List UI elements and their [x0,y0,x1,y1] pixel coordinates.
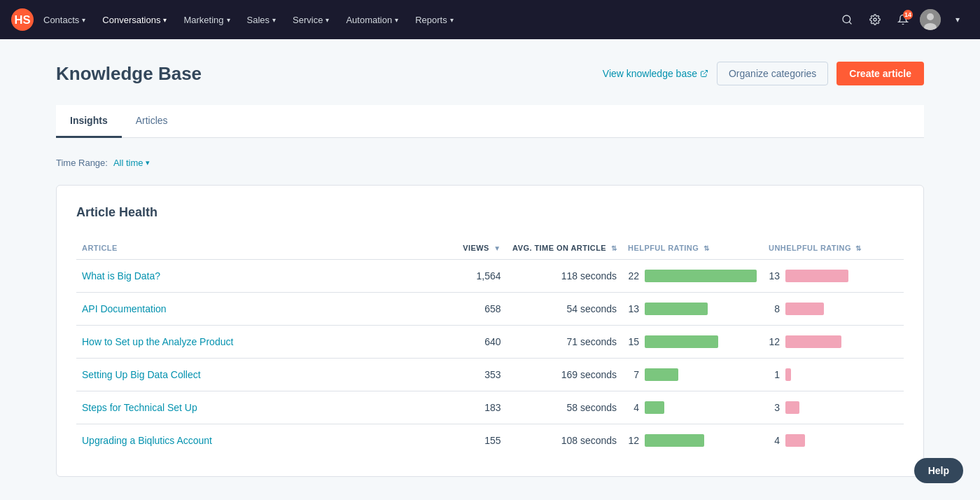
table-header-row: Article Views ▼ Avg. Time on Article ⇅ H… [76,237,904,260]
chevron-down-icon: ▾ [450,16,454,24]
col-header-helpful[interactable]: Helpful Rating ⇅ [622,237,763,260]
helpful-rating-num-3: 7 [628,369,639,380]
unhelpful-bar-4 [785,401,799,414]
article-link-5[interactable]: Upgrading a Biqlutics Account [82,435,212,446]
helpful-bar-4 [645,401,664,414]
table-row: How to Set up the Analyze Product 640 71… [76,326,904,359]
nav-conversations[interactable]: Conversations ▾ [95,11,174,29]
helpful-cell-1: 13 [622,293,763,326]
nav-right-actions: 14 ▾ [836,8,969,31]
unhelpful-bar-container-5 [785,434,805,447]
table-row: Setting Up Big Data Collect 353 169 seco… [76,359,904,391]
chevron-down-icon: ▾ [227,16,230,24]
helpful-rating-num-2: 15 [628,336,639,347]
page-header: Knowledge Base View knowledge base Organ… [56,62,924,85]
unhelpful-bar-0 [785,270,848,282]
chevron-down-icon: ▾ [326,16,329,24]
tab-insights[interactable]: Insights [56,105,122,138]
article-link-3[interactable]: Setting Up Big Data Collect [82,369,201,380]
helpful-rating-num-4: 4 [628,402,639,413]
helpful-cell-5: 12 [622,424,763,457]
avatar[interactable] [920,9,941,30]
nav-service[interactable]: Service ▾ [286,11,336,29]
article-health-table-body: What is Big Data? 1,564 118 seconds 22 1… [76,260,904,457]
helpful-bar-1 [645,303,708,315]
article-cell-1: API Documentation [76,293,424,326]
helpful-cell-2: 15 [622,326,763,359]
filters-row: Time Range: All time ▾ [56,152,924,174]
unhelpful-cell-5: 4 [763,424,904,457]
avgtime-cell-2: 71 seconds [507,326,622,359]
unhelpful-rating-num-0: 13 [769,270,780,282]
nav-marketing[interactable]: Marketing ▾ [176,11,237,29]
helpful-bar-container-5 [645,434,704,447]
table-row: API Documentation 658 54 seconds 13 8 [76,293,904,326]
page-content: Knowledge Base View knowledge base Organ… [28,39,952,499]
table-row: Upgrading a Biqlutics Account 155 108 se… [76,424,904,457]
tab-articles[interactable]: Articles [122,105,182,138]
nav-automation[interactable]: Automation ▾ [339,11,405,29]
notifications-button[interactable]: 14 [892,8,914,31]
settings-button[interactable] [864,8,886,31]
unhelpful-rating-container-5: 4 [769,434,898,447]
helpful-bar-container-4 [645,401,664,414]
chevron-down-icon: ▾ [82,16,85,24]
views-cell-0: 1,564 [424,260,506,293]
unhelpful-rating-container-2: 12 [769,335,898,348]
helpful-bar-0 [645,270,757,282]
nav-contacts[interactable]: Contacts ▾ [36,11,92,29]
hubspot-logo[interactable]: HS [11,8,34,31]
unhelpful-bar-container-0 [785,270,848,282]
article-link-0[interactable]: What is Big Data? [82,270,160,282]
sort-icon-unhelpful: ⇅ [855,244,861,252]
view-knowledge-base-link[interactable]: View knowledge base [603,68,708,79]
chevron-down-icon: ▾ [395,16,398,24]
nav-sales[interactable]: Sales ▾ [240,11,284,29]
views-cell-5: 155 [424,424,506,457]
notification-badge: 14 [903,10,913,20]
views-cell-3: 353 [424,359,506,391]
helpful-cell-4: 4 [622,391,763,424]
col-header-unhelpful[interactable]: Unhelpful Rating ⇅ [763,237,904,260]
help-button[interactable]: Help [914,458,963,483]
unhelpful-bar-container-4 [785,401,799,414]
helpful-rating-container-0: 22 [628,270,757,282]
account-chevron[interactable]: ▾ [946,8,969,31]
unhelpful-bar-2 [785,335,841,348]
time-range-label: Time Range: [56,158,108,168]
helpful-bar-container-0 [645,270,757,282]
article-health-card: Article Health Article Views ▼ Avg. Time… [56,185,924,477]
page-title: Knowledge Base [56,63,202,85]
helpful-rating-container-2: 15 [628,335,757,348]
col-header-views[interactable]: Views ▼ [424,237,506,260]
helpful-bar-5 [645,434,704,447]
nav-reports[interactable]: Reports ▾ [408,11,461,29]
article-health-table: Article Views ▼ Avg. Time on Article ⇅ H… [76,237,904,457]
avgtime-cell-3: 169 seconds [507,359,622,391]
article-link-1[interactable]: API Documentation [82,303,167,314]
article-cell-0: What is Big Data? [76,260,424,293]
helpful-bar-container-3 [645,368,678,381]
avgtime-cell-0: 118 seconds [507,260,622,293]
create-article-button[interactable]: Create article [836,62,924,85]
table-row: Steps for Technical Set Up 183 58 second… [76,391,904,424]
top-navigation: HS Contacts ▾ Conversations ▾ Marketing … [0,0,980,39]
helpful-cell-3: 7 [622,359,763,391]
unhelpful-rating-num-1: 8 [769,303,780,314]
unhelpful-rating-container-4: 3 [769,401,898,414]
helpful-cell-0: 22 [622,260,763,293]
helpful-bar-container-2 [645,335,718,348]
organize-categories-button[interactable]: Organize categories [717,62,828,85]
header-actions: View knowledge base Organize categories … [603,62,924,85]
time-range-dropdown[interactable]: All time ▾ [113,158,150,168]
article-link-4[interactable]: Steps for Technical Set Up [82,402,197,413]
unhelpful-cell-3: 1 [763,359,904,391]
helpful-rating-container-1: 13 [628,303,757,315]
sort-icon-views: ▼ [493,244,500,252]
article-cell-3: Setting Up Big Data Collect [76,359,424,391]
unhelpful-bar-container-1 [785,303,824,315]
col-header-avgtime[interactable]: Avg. Time on Article ⇅ [507,237,622,260]
search-button[interactable] [836,8,858,31]
unhelpful-bar-1 [785,303,824,315]
article-link-2[interactable]: How to Set up the Analyze Product [82,336,233,347]
